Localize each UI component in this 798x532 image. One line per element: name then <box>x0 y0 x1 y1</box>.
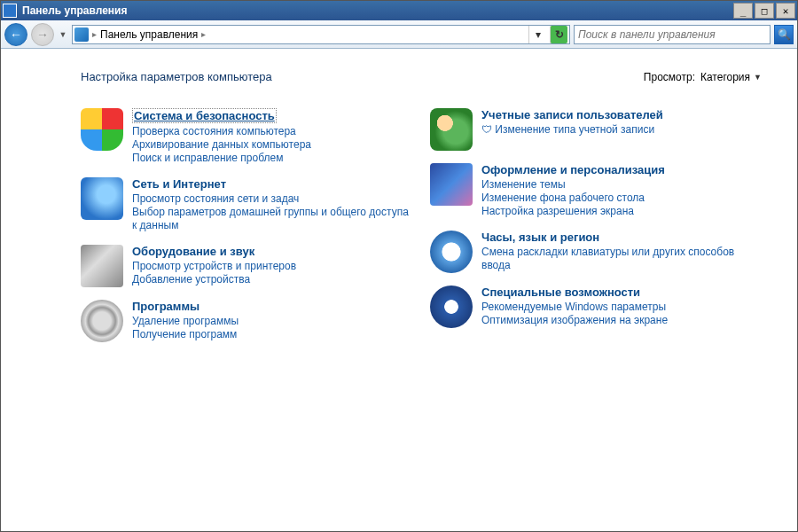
category-title[interactable]: Сеть и Интернет <box>132 177 226 191</box>
category-sublink[interactable]: Оптимизация изображения на экране <box>481 314 668 327</box>
category-title[interactable]: Оборудование и звук <box>132 245 254 258</box>
refresh-button[interactable]: ↻ <box>550 26 567 43</box>
category-body: Оформление и персонализацияИзменение тем… <box>481 163 665 218</box>
category-sublink[interactable]: Архивирование данных компьютера <box>132 138 311 152</box>
category-title[interactable]: Специальные возможности <box>481 286 640 299</box>
category-sublink[interactable]: Проверка состояния компьютера <box>132 125 311 138</box>
category-block: Оформление и персонализацияИзменение тем… <box>430 163 762 218</box>
category-title[interactable]: Оформление и персонализация <box>481 163 665 176</box>
search-box[interactable] <box>574 25 771 44</box>
category-body: Система и безопасностьПроверка состояния… <box>132 108 311 165</box>
category-column-right: Учетные записи пользователей🛡 Изменение … <box>430 108 762 355</box>
category-column-left: Система и безопасностьПроверка состояния… <box>81 108 412 355</box>
category-block: ПрограммыУдаление программыПолучение про… <box>81 300 412 342</box>
category-sublink[interactable]: Добавление устройства <box>132 273 296 286</box>
category-sublink[interactable]: Выбор параметров домашней группы и общег… <box>132 206 412 232</box>
window-title: Панель управления <box>20 4 732 17</box>
maximize-button[interactable]: □ <box>755 3 774 19</box>
category-sublink[interactable]: Изменение фона рабочего стола <box>481 192 665 205</box>
category-block: Часы, язык и регионСмена раскладки клави… <box>430 231 762 273</box>
address-bar[interactable]: ▸ Панель управления ▸ ▾ ↻ <box>72 25 570 44</box>
nav-history-dropdown[interactable]: ▼ <box>58 23 68 46</box>
pers-icon <box>430 163 473 206</box>
forward-button[interactable]: → <box>31 23 54 46</box>
category-sublink[interactable]: Рекомендуемые Windows параметры <box>481 301 668 314</box>
breadcrumb-root[interactable]: Панель управления <box>100 28 198 41</box>
clock-icon <box>430 231 473 273</box>
category-sublink[interactable]: Изменение темы <box>481 178 665 192</box>
category-block: Система и безопасностьПроверка состояния… <box>81 108 412 165</box>
category-body: Оборудование и звукПросмотр устройств и … <box>132 245 296 287</box>
category-sublink[interactable]: Настройка разрешения экрана <box>481 205 665 218</box>
title-bar: Панель управления _ □ ✕ <box>1 1 797 20</box>
close-button[interactable]: ✕ <box>776 3 795 19</box>
category-body: Часы, язык и регионСмена раскладки клави… <box>481 231 762 273</box>
category-sublink[interactable]: Просмотр устройств и принтеров <box>132 260 296 273</box>
category-title[interactable]: Система и безопасность <box>132 108 277 123</box>
category-block: Оборудование и звукПросмотр устройств и … <box>81 245 412 287</box>
category-title[interactable]: Учетные записи пользователей <box>481 108 663 121</box>
minimize-button[interactable]: _ <box>733 3 753 19</box>
hw-icon <box>81 245 123 287</box>
category-block: Учетные записи пользователей🛡 Изменение … <box>430 108 762 151</box>
category-body: Специальные возможностиРекомендуемые Win… <box>481 286 668 328</box>
address-dropdown-button[interactable]: ▾ <box>528 26 546 43</box>
net-icon <box>81 177 123 220</box>
category-title[interactable]: Программы <box>132 300 200 313</box>
category-body: ПрограммыУдаление программыПолучение про… <box>132 300 239 342</box>
category-sublink[interactable]: Удаление программы <box>132 315 239 328</box>
category-block: Сеть и ИнтернетПросмотр состояния сети и… <box>81 177 412 232</box>
app-icon <box>3 4 17 18</box>
shield-icon <box>81 108 123 151</box>
category-body: Учетные записи пользователей🛡 Изменение … <box>481 108 663 151</box>
category-title[interactable]: Часы, язык и регион <box>481 231 599 244</box>
search-button[interactable]: 🔍 <box>774 25 794 44</box>
category-sublink[interactable]: Получение программ <box>132 328 239 341</box>
back-button[interactable]: ← <box>4 23 27 46</box>
category-sublink[interactable]: Просмотр состояния сети и задач <box>132 192 412 206</box>
content-area: Настройка параметров компьютера Просмотр… <box>1 49 797 531</box>
category-sublink[interactable]: Поиск и исправление проблем <box>132 152 311 165</box>
view-label: Просмотр: <box>644 71 695 83</box>
nav-toolbar: ← → ▼ ▸ Панель управления ▸ ▾ ↻ 🔍 <box>1 20 797 49</box>
category-sublink[interactable]: Смена раскладки клавиатуры или других сп… <box>481 246 762 272</box>
view-value[interactable]: Категория <box>700 71 750 83</box>
users-icon <box>430 108 473 151</box>
breadcrumb-sep-icon: ▸ <box>92 29 97 39</box>
category-body: Сеть и ИнтернетПросмотр состояния сети и… <box>132 177 412 232</box>
prog-icon <box>81 300 123 342</box>
breadcrumb-sep-icon[interactable]: ▸ <box>201 29 206 39</box>
category-sublink[interactable]: 🛡 Изменение типа учетной записи <box>481 123 663 137</box>
control-panel-icon <box>74 27 89 42</box>
page-title: Настройка параметров компьютера <box>81 70 644 83</box>
view-dropdown-icon[interactable]: ▼ <box>754 73 762 82</box>
search-input[interactable] <box>575 28 770 41</box>
acc-icon <box>430 286 473 328</box>
category-block: Специальные возможностиРекомендуемые Win… <box>430 286 762 328</box>
